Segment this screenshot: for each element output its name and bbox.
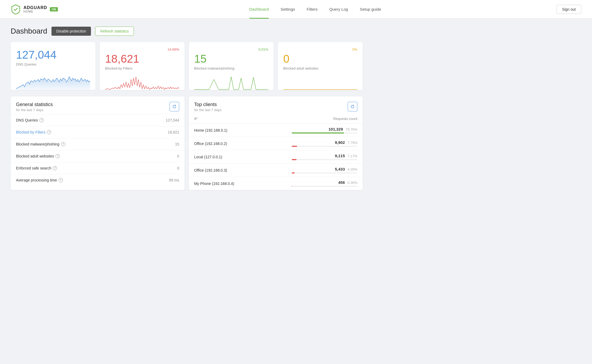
blocked-filters-number: 18,621 bbox=[105, 52, 179, 65]
list-item: Home (192.168.0.1) 101,329 79.76% bbox=[189, 124, 363, 137]
client-pct: 4.28% bbox=[347, 167, 357, 171]
blocked-filters-header: 14.66% bbox=[105, 47, 179, 51]
client-pct: 79.76% bbox=[346, 127, 357, 131]
avg-processing-help-icon[interactable]: ? bbox=[59, 178, 63, 182]
nav-setup-guide[interactable]: Setup guide bbox=[354, 0, 387, 19]
blocked-filters-percent: 14.66% bbox=[167, 47, 179, 51]
top-clients-header: Top clients for the last 7 days bbox=[189, 96, 363, 114]
blocked-filters-chart bbox=[105, 74, 179, 90]
table-row: Blocked malware/phishing? 15 bbox=[11, 138, 185, 150]
blocked-filters-label: Blocked by Filters bbox=[105, 66, 179, 70]
nav-query-log[interactable]: Query Log bbox=[323, 0, 354, 19]
ip-column-header: IP bbox=[189, 114, 286, 124]
client-bar-wrap bbox=[292, 186, 357, 187]
blocked-malware-chart bbox=[194, 74, 268, 90]
top-clients-refresh-button[interactable] bbox=[348, 102, 357, 111]
blocked-adult-row-value: 0 bbox=[135, 150, 185, 162]
client-bar-wrap bbox=[292, 132, 357, 134]
client-count: 101,329 bbox=[329, 127, 343, 131]
logo: ADGUARD HOME ON bbox=[11, 4, 58, 14]
dns-queries-row-label: DNS Queries? bbox=[16, 118, 129, 122]
blocked-adult-percent: 0% bbox=[352, 47, 357, 51]
blocked-adult-help-icon[interactable]: ? bbox=[55, 154, 60, 158]
refresh-icon bbox=[172, 104, 177, 109]
svg-line-2 bbox=[214, 79, 219, 90]
client-name: Office (192.168.0.3) bbox=[194, 168, 281, 172]
table-row: DNS Queries? 127,044 bbox=[11, 114, 185, 126]
header: ADGUARD HOME ON Dashboard Settings Filte… bbox=[0, 0, 592, 19]
nav-dashboard[interactable]: Dashboard bbox=[243, 0, 275, 19]
client-pct: 7.79% bbox=[347, 141, 357, 145]
table-row: Enforced safe search? 0 bbox=[11, 162, 185, 174]
general-stats-header: General statistics for the last 7 days bbox=[11, 96, 185, 114]
table-row: Blocked adult websites? 0 bbox=[11, 150, 185, 162]
client-count-row: 9,115 7.17% bbox=[292, 153, 357, 158]
client-count: 9,115 bbox=[335, 153, 345, 158]
logo-adguard: ADGUARD bbox=[23, 5, 47, 10]
adguard-logo-icon bbox=[11, 4, 21, 14]
dns-queries-row-value: 127,044 bbox=[135, 114, 185, 126]
requests-column-header: Requests count bbox=[286, 114, 363, 124]
client-bar bbox=[292, 159, 297, 160]
client-count-cell: 9,115 7.17% bbox=[286, 150, 363, 164]
refresh-icon bbox=[350, 104, 355, 109]
client-name: Office (192.168.0.2) bbox=[194, 141, 281, 146]
client-count-cell: 9,902 7.79% bbox=[286, 137, 363, 150]
svg-line-6 bbox=[231, 77, 234, 90]
general-stats-table: DNS Queries? 127,044 Blocked by Filters?… bbox=[11, 114, 185, 186]
nav-settings[interactable]: Settings bbox=[275, 0, 301, 19]
refresh-statistics-button[interactable]: Refresh statistics bbox=[95, 27, 134, 36]
safe-search-row-value: 0 bbox=[135, 162, 185, 174]
top-clients-table: IP Requests count Home (192.168.0.1) 101… bbox=[189, 114, 363, 190]
dns-queries-help-icon[interactable]: ? bbox=[39, 118, 44, 122]
client-count-row: 9,902 7.79% bbox=[292, 140, 357, 145]
top-clients-panel: Top clients for the last 7 days IP Reque… bbox=[189, 96, 363, 190]
logo-on-badge: ON bbox=[50, 7, 58, 11]
general-stats-subtitle: for the last 7 days bbox=[16, 108, 53, 112]
nav-filters[interactable]: Filters bbox=[301, 0, 323, 19]
client-count: 456 bbox=[338, 180, 345, 185]
main-nav: Dashboard Settings Filters Query Log Set… bbox=[74, 0, 556, 19]
blocked-malware-header: 0.01% bbox=[194, 47, 268, 51]
svg-line-11 bbox=[251, 77, 253, 90]
list-item: Local (127.0.0.1) 9,115 7.17% bbox=[189, 150, 363, 164]
client-bar-wrap bbox=[292, 146, 357, 147]
client-pct: 0.36% bbox=[347, 181, 357, 185]
svg-line-5 bbox=[229, 77, 231, 90]
sign-out-button[interactable]: Sign out bbox=[557, 5, 581, 14]
dns-queries-label: DNS Queries bbox=[16, 62, 90, 66]
client-pct: 7.17% bbox=[347, 154, 357, 158]
client-count-row: 456 0.36% bbox=[292, 180, 357, 185]
client-count: 9,902 bbox=[335, 140, 345, 145]
svg-line-9 bbox=[241, 78, 243, 90]
blocked-adult-label: Blocked adult websites bbox=[283, 66, 357, 70]
list-item: Office (192.168.0.3) 5,433 4.28% bbox=[189, 164, 363, 177]
bottom-row: General statistics for the last 7 days D… bbox=[11, 96, 363, 190]
blocked-malware-percent: 0.01% bbox=[258, 47, 268, 51]
blocked-malware-help-icon[interactable]: ? bbox=[61, 142, 65, 146]
svg-line-1 bbox=[209, 79, 214, 90]
dns-queries-card: 127,044 DNS Queries bbox=[11, 42, 95, 90]
dns-queries-chart bbox=[16, 70, 90, 90]
svg-line-12 bbox=[253, 77, 256, 90]
client-name: Home (192.168.0.1) bbox=[194, 128, 281, 132]
blocked-adult-chart bbox=[283, 74, 357, 90]
blocked-malware-card: 0.01% 15 Blocked malware/phishing bbox=[189, 42, 274, 90]
list-item: Office (192.168.0.2) 9,902 7.79% bbox=[189, 137, 363, 150]
client-bar bbox=[292, 146, 297, 147]
client-name: My Phone (192.168.0.4) bbox=[194, 181, 281, 186]
blocked-adult-row-label: Blocked adult websites? bbox=[16, 154, 129, 158]
dns-queries-number: 127,044 bbox=[16, 48, 90, 61]
blocked-filters-help-icon[interactable]: ? bbox=[47, 130, 51, 134]
blocked-filters-card: 14.66% 18,621 Blocked by Filters bbox=[100, 42, 185, 90]
blocked-malware-label: Blocked malware/phishing bbox=[194, 66, 268, 70]
general-stats-refresh-button[interactable] bbox=[170, 102, 179, 111]
safe-search-help-icon[interactable]: ? bbox=[53, 166, 57, 170]
safe-search-row-label: Enforced safe search? bbox=[16, 166, 129, 170]
disable-protection-button[interactable]: Disable protection bbox=[51, 27, 91, 36]
client-count: 5,433 bbox=[335, 167, 345, 171]
client-bar-wrap bbox=[292, 172, 357, 173]
client-count-row: 101,329 79.76% bbox=[292, 127, 357, 131]
client-bar bbox=[292, 172, 295, 173]
top-clients-title: Top clients bbox=[194, 102, 222, 107]
